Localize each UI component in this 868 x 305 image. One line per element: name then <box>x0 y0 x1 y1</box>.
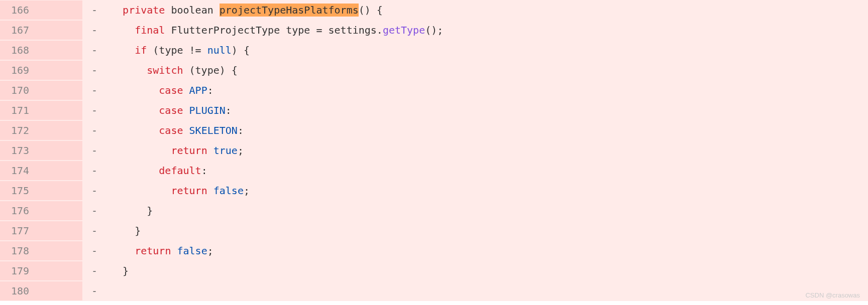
keyword-null: null <box>207 44 232 56</box>
type-boolean: boolean <box>171 4 213 16</box>
keyword-false: false <box>177 245 207 257</box>
keyword-return: return <box>171 185 207 197</box>
code-content: return true; <box>111 141 868 160</box>
line-marker: - <box>82 61 111 80</box>
line-marker: - <box>82 141 111 160</box>
method-call: getType <box>383 24 425 36</box>
line-marker: - <box>82 1 111 20</box>
line-number: 180 <box>0 281 82 300</box>
line-number: 178 <box>0 241 82 260</box>
code-content: private boolean projectTypeHasPlatforms(… <box>111 1 868 20</box>
diff-line: 176 - } <box>0 201 868 221</box>
keyword-true: true <box>213 144 238 157</box>
line-number: 176 <box>0 201 82 220</box>
line-number: 177 <box>0 221 82 240</box>
keyword-if: if <box>135 44 147 56</box>
line-marker: - <box>82 221 111 240</box>
diff-line: 168 - if (type != null) { <box>0 40 868 60</box>
line-marker: - <box>82 241 111 260</box>
code-content: default: <box>111 161 868 180</box>
keyword-final: final <box>135 24 165 36</box>
method-name-highlighted: projectTypeHasPlatforms <box>220 4 359 17</box>
line-marker: - <box>82 261 111 280</box>
line-marker: - <box>82 101 111 120</box>
line-number: 172 <box>0 121 82 140</box>
line-marker: - <box>82 121 111 140</box>
code-content: } <box>111 221 868 240</box>
watermark: CSDN @crasowas <box>805 289 860 302</box>
keyword-return: return <box>135 245 171 257</box>
line-marker: - <box>82 281 111 300</box>
line-number: 175 <box>0 181 82 200</box>
line-number: 167 <box>0 21 82 40</box>
diff-line: 180 - <box>0 281 868 301</box>
line-marker: - <box>82 181 111 200</box>
code-content: final FlutterProjectType type = settings… <box>111 21 868 40</box>
code-content: } <box>111 201 868 220</box>
constant: APP <box>189 84 207 96</box>
line-number: 174 <box>0 161 82 180</box>
diff-line: 171 - case PLUGIN: <box>0 100 868 120</box>
diff-line: 177 - } <box>0 221 868 241</box>
keyword-false: false <box>213 185 244 197</box>
line-number: 166 <box>0 1 82 20</box>
line-marker: - <box>82 161 111 180</box>
diff-line: 175 - return false; <box>0 181 868 201</box>
diff-line: 173 - return true; <box>0 140 868 161</box>
keyword-return: return <box>171 144 207 157</box>
line-marker: - <box>82 41 111 60</box>
line-marker: - <box>82 81 111 100</box>
line-number: 179 <box>0 261 82 280</box>
line-marker: - <box>82 21 111 40</box>
line-number: 170 <box>0 81 82 100</box>
code-content: case APP: <box>111 81 868 100</box>
code-content: case PLUGIN: <box>111 101 868 120</box>
keyword-switch: switch <box>147 64 183 76</box>
diff-line: 178 - return false; <box>0 241 868 261</box>
diff-line: 179 - } <box>0 261 868 281</box>
type-name: FlutterProjectType <box>171 24 280 36</box>
constant: SKELETON <box>189 124 238 136</box>
line-number: 169 <box>0 61 82 80</box>
keyword-private: private <box>123 4 165 16</box>
keyword-case: case <box>159 124 183 136</box>
line-number: 171 <box>0 101 82 120</box>
diff-line: 169 - switch (type) { <box>0 60 868 80</box>
diff-line: 172 - case SKELETON: <box>0 120 868 140</box>
diff-line: 170 - case APP: <box>0 80 868 100</box>
diff-container: 166 - private boolean projectTypeHasPlat… <box>0 0 868 301</box>
diff-line: 166 - private boolean projectTypeHasPlat… <box>0 0 868 20</box>
keyword-case: case <box>159 84 183 96</box>
diff-line: 167 - final FlutterProjectType type = se… <box>0 20 868 40</box>
diff-line: 174 - default: <box>0 161 868 181</box>
keyword-default: default <box>159 165 201 177</box>
keyword-case: case <box>159 104 183 116</box>
line-marker: - <box>82 201 111 220</box>
code-content: } <box>111 261 868 280</box>
constant: PLUGIN <box>189 104 226 116</box>
line-number: 173 <box>0 141 82 160</box>
code-content: return false; <box>111 181 868 200</box>
line-number: 168 <box>0 41 82 60</box>
code-content: return false; <box>111 241 868 260</box>
code-content: case SKELETON: <box>111 121 868 140</box>
code-content: if (type != null) { <box>111 41 868 60</box>
code-content: switch (type) { <box>111 61 868 80</box>
